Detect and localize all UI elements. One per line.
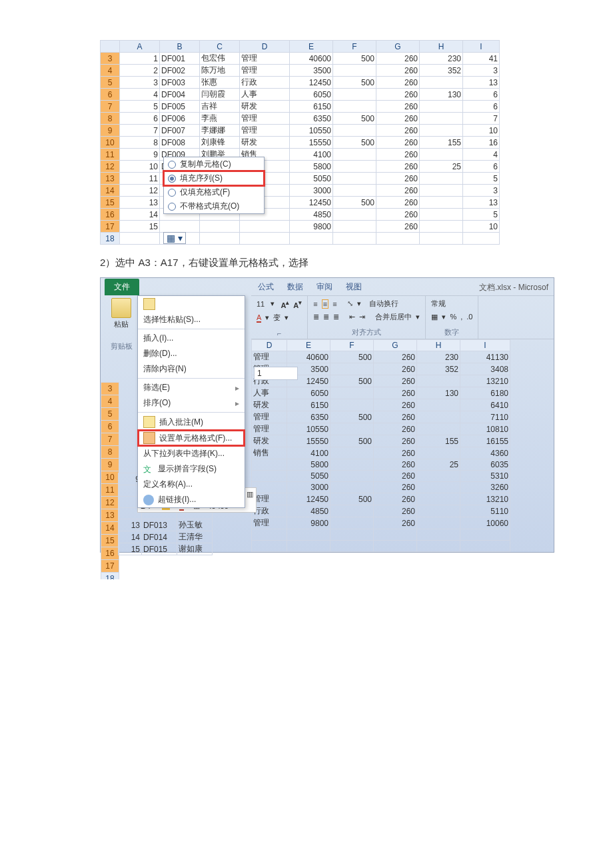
orientation-icon[interactable]: ⤡ bbox=[347, 299, 353, 308]
align-center-icon[interactable]: ≣ bbox=[323, 313, 329, 321]
align-right-icon[interactable]: ≣ bbox=[333, 313, 339, 321]
font-color-icon[interactable]: A bbox=[257, 313, 261, 323]
ctx-pick-from-list[interactable]: 从下拉列表中选择(K)... bbox=[138, 446, 245, 461]
align-middle-icon[interactable]: ≡ bbox=[322, 299, 328, 309]
fill-without-format[interactable]: 不带格式填充(O) bbox=[164, 199, 264, 213]
increase-font-icon[interactable]: A▴ bbox=[281, 299, 289, 309]
ctx-hyperlink[interactable]: 超链接(I)... bbox=[138, 492, 245, 507]
fill-format-only[interactable]: 仅填充格式(F) bbox=[164, 185, 264, 199]
ctx-show-pinyin[interactable]: 文显示拼音字段(S) bbox=[138, 461, 245, 477]
fill-series[interactable]: 填充序列(S) bbox=[164, 171, 264, 185]
figure-2-excel-format: 文档.xlsx - Microsof 文件 公式 数据 审阅 视图 选择性粘贴(… bbox=[100, 277, 554, 553]
window-title: 文档.xlsx - Microsof bbox=[479, 282, 548, 293]
decrease-indent-icon[interactable]: ⇤ bbox=[349, 313, 355, 321]
ctx-paste-special[interactable]: 选择性粘贴(S)... bbox=[138, 312, 245, 327]
ctx-format-cells[interactable]: 设置单元格格式(F)... bbox=[138, 430, 245, 446]
autofill-handle-icon[interactable]: ▦ ▾ bbox=[163, 233, 186, 243]
ctx-insert[interactable]: 插入(I)... bbox=[138, 331, 245, 346]
paste-button-icon[interactable] bbox=[111, 298, 131, 318]
name-box[interactable]: 1 bbox=[254, 367, 298, 380]
decrease-font-icon[interactable]: A▾ bbox=[293, 299, 302, 309]
comma-format-icon[interactable]: , bbox=[460, 313, 462, 321]
ribbon-number-group: 常规 ▦▾ % , .0 数字 bbox=[426, 296, 478, 339]
align-top-icon[interactable]: ≡ bbox=[313, 300, 317, 308]
clipboard-group: 粘贴 剪贴板 bbox=[105, 298, 138, 351]
ctx-sort[interactable]: 排序(O)▸ bbox=[138, 395, 245, 411]
file-tab[interactable]: 文件 bbox=[105, 279, 139, 295]
ctx-define-name[interactable]: 定义名称(A)... bbox=[138, 477, 245, 492]
tab-view[interactable]: 视图 bbox=[339, 279, 368, 295]
number-format-dropdown[interactable]: 常规 bbox=[431, 299, 446, 309]
increase-indent-icon[interactable]: ⇥ bbox=[359, 313, 365, 321]
ctx-insert-comment[interactable]: 插入批注(M) bbox=[138, 414, 245, 430]
ctx-clear[interactable]: 清除内容(N) bbox=[138, 361, 245, 377]
ribbon-groups: 11 ▾ A▴ A▾ A▾ 变▾ ⌐ ≡ ≡ ≡ ⤡▾ 自动换行 ≣ ≣ ≣ bbox=[251, 295, 554, 339]
ribbon-font-group: 11 ▾ A▴ A▾ A▾ 变▾ ⌐ bbox=[251, 296, 308, 339]
phonetic-guide-icon[interactable]: 变 bbox=[273, 313, 281, 323]
autofill-options-menu: 复制单元格(C) 填充序列(S) 仅填充格式(F) 不带格式填充(O) bbox=[163, 157, 265, 214]
percent-format-icon[interactable]: % bbox=[450, 313, 456, 321]
accounting-format-icon[interactable]: ▦ bbox=[431, 313, 438, 321]
tab-data[interactable]: 数据 bbox=[281, 279, 310, 295]
ribbon-alignment-group: ≡ ≡ ≡ ⤡▾ 自动换行 ≣ ≣ ≣ ⇤ ⇥ 合并后居中▾ 对齐方式 bbox=[308, 296, 426, 339]
fill-copy-cells[interactable]: 复制单元格(C) bbox=[164, 157, 264, 171]
ctx-paste-icon[interactable] bbox=[138, 296, 245, 312]
ctx-filter[interactable]: 筛选(E)▸ bbox=[138, 380, 245, 395]
wrap-text-button[interactable]: 自动换行 bbox=[369, 299, 398, 309]
tab-formulas[interactable]: 公式 bbox=[251, 279, 281, 295]
figure-1-excel-fill: ABCDEFGHI 31DF001包宏伟管理406005002602304142… bbox=[100, 40, 513, 245]
merge-center-button[interactable]: 合并后居中 bbox=[375, 312, 412, 322]
ctx-delete[interactable]: 删除(D)... bbox=[138, 346, 245, 361]
mini-merge-icon[interactable]: ▥ bbox=[247, 490, 253, 499]
row-headers-2: 345678910111213141516171819 bbox=[101, 382, 119, 579]
tab-review[interactable]: 审阅 bbox=[310, 279, 339, 295]
name-box-area: 1 bbox=[251, 365, 298, 380]
align-left-icon[interactable]: ≣ bbox=[313, 313, 319, 321]
clipboard-label: 剪贴板 bbox=[105, 341, 138, 351]
grid-1: ABCDEFGHI 31DF001包宏伟管理406005002602304142… bbox=[100, 40, 500, 245]
step-2-text: 2）选中 A3：A17，右键设置单元格格式，选择 bbox=[100, 257, 513, 269]
font-size-box[interactable]: 11 bbox=[257, 300, 265, 308]
context-menu: 选择性粘贴(S)... 插入(I)... 删除(D)... 清除内容(N) 筛选… bbox=[137, 295, 245, 508]
paste-label: 粘贴 bbox=[105, 319, 138, 329]
increase-decimal-icon[interactable]: .0 bbox=[466, 313, 472, 321]
align-bottom-icon[interactable]: ≡ bbox=[332, 300, 336, 308]
